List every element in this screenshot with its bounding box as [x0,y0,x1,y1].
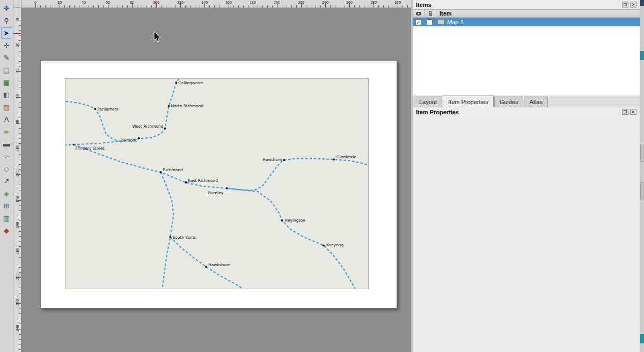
station-label: Kooyong [326,243,343,247]
properties-close-button[interactable]: ✕ [630,109,636,115]
collapsed-panel-tab[interactable] [640,144,644,162]
select-move-item-tool[interactable]: ➤ [1,27,12,39]
ruler-label: 220 [16,297,19,308]
layout-page[interactable]: CollingwoodParliamentNorth RichmondWest … [40,60,397,309]
map-item-icon [437,19,444,25]
collapsed-panel-tab[interactable] [640,51,644,60]
ruler-label: 200 [272,1,282,4]
tab-item-properties[interactable]: Item Properties [443,96,494,107]
visibility-checkbox[interactable]: ✓ [415,19,421,25]
station-label: Collingwood [178,80,203,85]
move-content-tool-icon: ✛ [4,41,10,49]
ruler-label: 240 [16,323,19,334]
add-3d-map-tool[interactable]: ◧ [1,89,12,100]
items-table-header: Item [413,9,640,18]
add-shape-tool-icon: ◇ [4,165,9,173]
station-label: Jolimont [120,138,136,143]
item-properties-panel: Item Properties ❐✕ [413,107,640,352]
rail-line-glen-waverley-line [227,188,355,289]
add-north-arrow-tool-icon: ➢ [4,152,10,160]
add-arrow-tool[interactable]: ↗ [1,175,12,187]
add-node-item-tool-icon: ◈ [4,189,9,197]
add-north-arrow-tool[interactable]: ➢ [1,151,12,162]
vertical-ruler: 020406080100120140160180200220240 [13,8,21,352]
ruler-label: 20 [54,1,65,4]
station-dot [72,143,75,145]
ruler-label: 260 [344,1,355,4]
cursor-position-marker [156,0,156,8]
item-column-header[interactable]: Item [436,10,640,17]
ruler-label: 300 [392,1,403,4]
zoom-tool[interactable]: ⚲ [1,15,12,26]
add-label-tool[interactable]: A [1,114,12,125]
add-shape-tool[interactable]: ◇ [1,163,12,174]
tab-layout[interactable]: Layout [414,97,442,107]
items-close-button[interactable]: ✕ [630,2,636,8]
items-list-empty-area[interactable] [413,26,640,96]
add-scalebar-tool[interactable]: ▬ [1,138,12,150]
station-label: South Yarra [172,235,195,240]
add-html-tool[interactable]: ⊞ [1,200,12,211]
panel-tab-bar: LayoutItem PropertiesGuidesAtlas [413,96,640,107]
ruler-label: 60 [103,1,113,4]
add-picture-tool[interactable]: ▨ [1,101,12,113]
tab-guides[interactable]: Guides [494,97,524,107]
layout-canvas[interactable]: CollingwoodParliamentNorth RichmondWest … [21,8,411,352]
item-properties-buttons: ❐✕ [622,109,636,115]
add-legend-tool[interactable]: ≣ [1,126,12,137]
edit-nodes-tool[interactable]: ✎ [1,52,12,63]
edit-nodes-tool-icon: ✎ [4,54,10,62]
station-dot [169,236,171,238]
select-move-item-tool-icon: ➤ [4,29,10,37]
ruler-label: 200 [16,272,19,282]
station-label: East Richmond [188,178,218,183]
tab-atlas[interactable]: Atlas [524,97,547,107]
collapsed-panel-tab[interactable] [640,0,644,6]
add-legend-tool-icon: ≣ [4,128,10,136]
ruler-label: 140 [199,1,210,4]
ruler-corner [13,0,21,8]
item-row[interactable]: ✓Map 1 [413,18,640,26]
collapsed-panel-tab[interactable] [640,182,644,200]
ruler-label: 100 [16,143,19,153]
rail-line-lilydale-line [74,144,368,190]
lock-column-header[interactable] [425,10,436,17]
station-dot [205,266,207,268]
station-dot [323,244,325,246]
add-map-tool[interactable]: ▦ [1,77,12,88]
add-pages-tool[interactable]: ▤ [1,64,12,76]
properties-float-button[interactable]: ❐ [622,109,628,115]
move-content-tool[interactable]: ✛ [1,40,12,51]
visibility-column-header[interactable] [413,10,425,17]
add-node-item-tool[interactable]: ◈ [1,188,12,199]
add-marker-tool[interactable]: ◆ [1,225,12,236]
station-label: Hawthorn [262,157,282,162]
station-label: Flinders Street [75,146,105,151]
right-edge-tab-strip [640,0,644,352]
map-item[interactable]: CollingwoodParliamentNorth RichmondWest … [65,78,369,289]
ruler-label: 120 [16,168,19,179]
station-label: Heyington [284,218,305,223]
mouse-cursor-icon [153,31,162,43]
ruler-label: 0 [30,1,41,4]
ruler-label: 80 [16,117,19,128]
add-attribute-table-tool-icon: ▥ [3,214,10,222]
lock-checkbox[interactable] [427,19,433,25]
items-panel: Items ❐✕ Item ✓Map 1 [413,0,640,96]
right-dock-panel: Items ❐✕ Item ✓Map 1 [413,0,640,352]
station-label: Burnley [208,190,224,195]
items-float-button[interactable]: ❐ [622,2,628,8]
items-panel-title: Items [416,2,431,8]
ruler-label: 0 [16,14,19,25]
station-dot [333,158,335,160]
items-list: ✓Map 1 [413,18,640,26]
station-dot [281,219,283,222]
pan-tool[interactable]: ✥ [1,3,12,14]
add-scalebar-tool-icon: ▬ [3,140,10,148]
collapsed-panel-tab[interactable] [640,334,644,343]
items-panel-buttons: ❐✕ [622,2,636,8]
add-map-tool-icon: ▦ [3,78,10,86]
add-attribute-table-tool[interactable]: ▥ [1,212,12,224]
station-label: Hawksburn [208,262,231,267]
ruler-label: 180 [16,246,19,256]
